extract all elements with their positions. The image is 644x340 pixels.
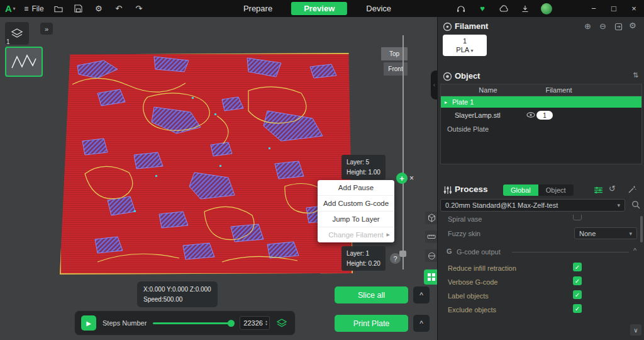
user-avatar[interactable] [541,3,552,14]
object-sort-button[interactable]: ⇅ [633,71,638,79]
table-row-outside-plate[interactable]: Outside Plate [441,123,641,135]
layer-slider-handle[interactable]: + [396,173,408,184]
explode-tool-button[interactable] [425,212,438,224]
gcode-section-collapse[interactable]: ^ [633,247,636,254]
play-button[interactable]: ▶ [81,315,96,331]
download-button[interactable] [519,3,531,14]
sync-filament-icon[interactable] [614,23,623,31]
cloud-button[interactable] [498,3,509,14]
object-table: Name Filament ▸ Plate 1 SlayerLamp.stl 1… [440,84,642,164]
steps-slider[interactable] [153,319,233,327]
steps-spinner[interactable]: ▴ ▾ [265,320,267,326]
reset-preset-button[interactable]: ↺ [609,184,616,193]
setting-exclude-objects-label: Exclude objects [448,306,496,314]
app-logo[interactable]: A ▾ [5,3,15,14]
filament-section-title: Filament [455,21,488,31]
plus-icon: + [399,174,404,183]
section-tool-button[interactable] [425,249,438,262]
remove-filament-button[interactable]: ⊖ [599,21,606,31]
remove-marker-button[interactable]: × [409,174,414,183]
ruler-icon [427,234,436,240]
object-target-icon [443,72,452,81]
headset-icon [457,5,465,13]
support-button[interactable] [455,3,467,14]
sliced-layer-render [60,53,353,275]
help-button[interactable]: ? [390,253,401,264]
favorites-button[interactable]: ♥ [477,3,488,14]
settings-button[interactable]: ⚙ [93,3,104,14]
menu-item-change-filament[interactable]: Change Filament ▶ [318,227,394,242]
double-chevron-icon: » [45,25,48,33]
setting-fuzzy-skin-label: Fuzzy skin [448,230,480,237]
view-cube-front[interactable]: Front [384,62,408,76]
preset-caret-icon: ▾ [617,202,620,208]
redo-button[interactable]: ↷ [133,3,145,14]
tab-preview[interactable]: Preview [291,2,347,15]
expand-toolbar-button[interactable]: » [40,23,53,35]
slice-options-button[interactable]: ^ [413,286,430,303]
setting-reduce-infill-retraction-label: Reduce infill retraction [448,264,516,272]
wand-icon[interactable] [628,185,636,194]
plate-row-label: Plate 1 [452,98,474,106]
build-plate-preview[interactable] [60,53,353,275]
eye-icon[interactable] [526,112,535,118]
plate-thumbnail[interactable] [5,47,43,77]
label-objects-checkbox[interactable]: ✓ [573,290,582,299]
undo-button[interactable]: ↶ [113,3,125,14]
filament-slot-card[interactable]: 1 PLA ▾ [443,35,487,56]
download-icon [521,5,529,13]
lower-slider-handle[interactable] [399,251,406,257]
verbose-gcode-checkbox[interactable]: ✓ [573,276,582,285]
scope-object-button[interactable]: Object [538,184,574,196]
save-button[interactable] [73,3,84,14]
menu-item-jump-to-layer[interactable]: Jump To Layer [318,212,394,227]
menu-item-add-pause[interactable]: Add Pause [318,180,394,196]
fuzzy-skin-value: None [579,230,596,237]
close-button[interactable]: × [629,4,639,13]
measure-tool-button[interactable] [425,230,438,243]
maximize-button[interactable]: □ [609,4,619,13]
exclude-objects-checkbox[interactable]: ✓ [573,304,582,313]
row-expand-icon[interactable]: ▸ [445,99,447,105]
tab-prepare[interactable]: Prepare [238,2,277,15]
steps-value-box[interactable]: 22326 ▴ ▾ [240,316,270,330]
upper-layer-tooltip: Layer: 5 Height: 1.00 [341,155,386,179]
layer-slider-track[interactable] [402,35,404,269]
plate-thumbnail-number: 1 [6,38,10,45]
steps-slider-knob[interactable] [228,320,235,327]
fuzzy-skin-dropdown[interactable]: None ▾ [574,227,637,239]
section-icon [428,252,436,260]
open-file-button[interactable] [53,3,64,14]
column-filament: Filament [535,86,582,94]
settings-scrollbar[interactable] [640,216,643,242]
chevron-left-icon: ‹ [433,82,435,88]
column-name: Name [441,86,535,94]
search-preset-button[interactable] [631,200,641,210]
minimize-button[interactable]: − [589,4,599,13]
filament-settings-button[interactable]: ⚙ [629,21,636,30]
slice-all-button[interactable]: Slice all [335,286,408,303]
menu-item-add-custom-gcode[interactable]: Add Custom G-code [318,196,394,212]
panel-expand-button[interactable]: ∨ [630,324,641,336]
add-filament-button[interactable]: ⊕ [584,21,591,31]
topbar-right: ♥ − □ × [455,0,639,17]
layer-range-icon[interactable] [276,318,287,328]
reduce-infill-retraction-checkbox[interactable]: ✓ [573,263,582,271]
table-row-object[interactable]: SlayerLamp.stl 1 [441,108,641,123]
lower-layer-label: Layer: 1 [347,249,380,259]
object-row-name: SlayerLamp.stl [441,111,501,119]
process-scope-toggle: Global Object [503,184,574,196]
save-icon [74,4,82,13]
spin-down-icon[interactable]: ▾ [265,323,267,326]
table-row-plate[interactable]: ▸ Plate 1 [441,96,641,108]
spiral-vase-checkbox[interactable] [573,215,582,220]
preset-dropdown[interactable]: 0.20mm Standard@K1 Max-Zelf-test ▾ [440,199,625,212]
file-menu[interactable]: ≡ File [24,4,43,13]
object-filament-badge[interactable]: 1 [536,111,553,120]
advanced-toggle-icon[interactable] [594,186,603,195]
print-options-button[interactable]: ^ [413,315,430,332]
print-plate-button[interactable]: Print Plate [335,315,408,332]
tab-device[interactable]: Device [361,2,396,15]
scope-global-button[interactable]: Global [503,184,538,196]
play-icon: ▶ [86,320,91,327]
